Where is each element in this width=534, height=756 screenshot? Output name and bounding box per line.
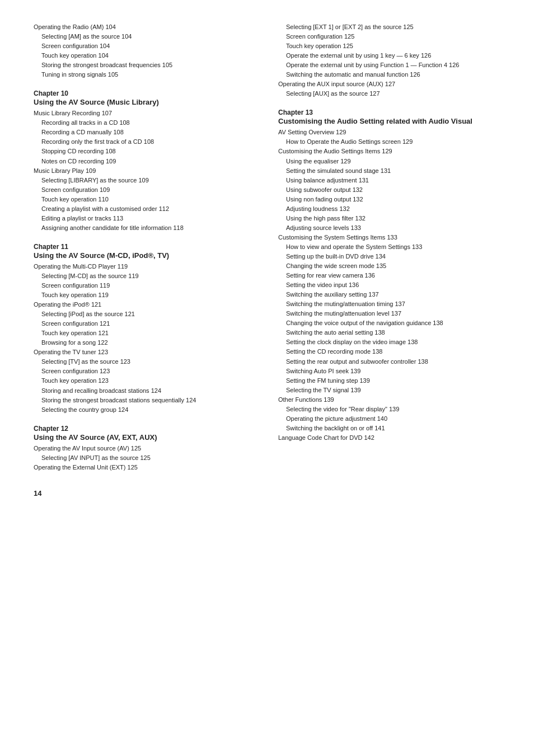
toc-item: Music Library Play 109 bbox=[34, 166, 256, 176]
toc-item: Touch key operation 125 bbox=[278, 41, 500, 51]
toc-item: Assigning another candidate for title in… bbox=[34, 223, 256, 233]
toc-item: Editing a playlist or tracks 113 bbox=[34, 214, 256, 223]
toc-item: Operating the picture adjustment 140 bbox=[278, 414, 500, 424]
toc-item: How to view and operate the System Setti… bbox=[278, 242, 500, 252]
toc-item: Adjusting source levels 133 bbox=[278, 223, 500, 233]
toc-item: Other Functions 139 bbox=[278, 395, 500, 405]
toc-item: How to Operate the Audio Settings screen… bbox=[278, 137, 500, 147]
toc-item: Adjusting loudness 132 bbox=[278, 204, 500, 214]
chapter-block: Chapter 10Using the AV Source (Music Lib… bbox=[34, 90, 256, 233]
toc-item: Screen configuration 123 bbox=[34, 367, 256, 376]
chapter-label: Chapter 10 bbox=[34, 90, 256, 97]
toc-item: Setting the clock display on the video i… bbox=[278, 337, 500, 347]
page-footer: 14 bbox=[34, 489, 256, 497]
toc-item: Customising the System Settings Items 13… bbox=[278, 233, 500, 242]
toc-item: Screen configuration 109 bbox=[34, 185, 256, 195]
toc-item: Using the high pass filter 132 bbox=[278, 214, 500, 223]
toc-item: Touch key operation 104 bbox=[34, 51, 256, 60]
toc-item: Touch key operation 121 bbox=[34, 328, 256, 338]
toc-item: Changing the voice output of the navigat… bbox=[278, 318, 500, 328]
toc-item: Selecting [M-CD] as the source 119 bbox=[34, 271, 256, 281]
right-intro-section: Selecting [EXT 1] or [EXT 2] as the sour… bbox=[278, 22, 500, 98]
toc-item: Changing the wide screen mode 135 bbox=[278, 261, 500, 271]
toc-item: Operate the external unit by using 1 key… bbox=[278, 51, 500, 60]
toc-item: Selecting [AV INPUT] as the source 125 bbox=[34, 453, 256, 463]
toc-item: Selecting the TV signal 139 bbox=[278, 386, 500, 395]
toc-item: Selecting [iPod] as the source 121 bbox=[34, 309, 256, 319]
toc-item: Storing the strongest broadcast stations… bbox=[34, 396, 256, 405]
toc-item: Screen configuration 104 bbox=[34, 41, 256, 51]
chapter-title: Using the AV Source (AV, EXT, AUX) bbox=[34, 433, 256, 442]
toc-item: Operating the AUX input source (AUX) 127 bbox=[278, 79, 500, 89]
toc-item: Browsing for a song 122 bbox=[34, 338, 256, 348]
toc-item: Tuning in strong signals 105 bbox=[34, 70, 256, 79]
chapter-block: Chapter 13Customising the Audio Setting … bbox=[278, 109, 500, 443]
toc-item: Switching the auxiliary setting 137 bbox=[278, 290, 500, 299]
toc-item: Switching the muting/attenuation level 1… bbox=[278, 309, 500, 318]
toc-item: Using balance adjustment 131 bbox=[278, 176, 500, 185]
toc-item: Touch key operation 119 bbox=[34, 290, 256, 300]
toc-item: Selecting [AM] as the source 104 bbox=[34, 32, 256, 41]
left-column: Operating the Radio (AM) 104Selecting [A… bbox=[34, 22, 256, 497]
toc-item: Selecting [TV] as the source 123 bbox=[34, 357, 256, 367]
toc-item: Screen configuration 119 bbox=[34, 281, 256, 290]
chapter-label: Chapter 12 bbox=[34, 425, 256, 433]
toc-item: Setting up the built-in DVD drive 134 bbox=[278, 252, 500, 261]
toc-item: Operating the iPod® 121 bbox=[34, 300, 256, 309]
toc-item: Selecting the country group 124 bbox=[34, 405, 256, 415]
toc-item: Customising the Audio Settings Items 129 bbox=[278, 147, 500, 156]
toc-item: Setting for rear view camera 136 bbox=[278, 271, 500, 280]
toc-item: Selecting the video for "Rear display" 1… bbox=[278, 405, 500, 414]
toc-item: Setting the rear output and subwoofer co… bbox=[278, 357, 500, 367]
toc-item: Storing and recalling broadcast stations… bbox=[34, 386, 256, 396]
toc-item: Using subwoofer output 132 bbox=[278, 185, 500, 195]
toc-item: Switching the automatic and manual funct… bbox=[278, 70, 500, 79]
toc-item: Selecting [EXT 1] or [EXT 2] as the sour… bbox=[278, 22, 500, 32]
right-column: Selecting [EXT 1] or [EXT 2] as the sour… bbox=[278, 22, 500, 497]
toc-item: Recording a CD manually 108 bbox=[34, 128, 256, 137]
toc-item: Using non fading output 132 bbox=[278, 195, 500, 204]
toc-item: AV Setting Overview 129 bbox=[278, 128, 500, 137]
toc-item: Touch key operation 110 bbox=[34, 195, 256, 204]
toc-item: Stopping CD recording 108 bbox=[34, 147, 256, 156]
toc-item: Operating the TV tuner 123 bbox=[34, 348, 256, 357]
toc-item: Switching the auto aerial setting 138 bbox=[278, 328, 500, 337]
toc-item: Recording all tracks in a CD 108 bbox=[34, 118, 256, 128]
toc-item: Operating the Radio (AM) 104 bbox=[34, 22, 256, 32]
toc-item: Switching the muting/attenuation timing … bbox=[278, 299, 500, 309]
page-content: Operating the Radio (AM) 104Selecting [A… bbox=[34, 22, 500, 497]
toc-item: Notes on CD recording 109 bbox=[34, 157, 256, 166]
toc-item: Screen configuration 121 bbox=[34, 319, 256, 328]
toc-item: Screen configuration 125 bbox=[278, 32, 500, 41]
toc-item: Setting the video input 136 bbox=[278, 280, 500, 290]
toc-item: Setting the CD recording mode 138 bbox=[278, 347, 500, 356]
toc-item: Touch key operation 123 bbox=[34, 376, 256, 386]
toc-item: Switching the backlight on or off 141 bbox=[278, 424, 500, 433]
toc-item: Recording only the first track of a CD 1… bbox=[34, 137, 256, 147]
toc-item: Music Library Recording 107 bbox=[34, 109, 256, 118]
toc-item: Operating the External Unit (EXT) 125 bbox=[34, 463, 256, 472]
chapter-label: Chapter 11 bbox=[34, 243, 256, 251]
chapter-block: Chapter 12Using the AV Source (AV, EXT, … bbox=[34, 425, 256, 472]
intro-section: Operating the Radio (AM) 104Selecting [A… bbox=[34, 22, 256, 79]
toc-item: Switching Auto PI seek 139 bbox=[278, 367, 500, 376]
chapter-title: Customising the Audio Setting related wi… bbox=[278, 117, 500, 125]
toc-item: Language Code Chart for DVD 142 bbox=[278, 433, 500, 443]
toc-item: Setting the simulated sound stage 131 bbox=[278, 166, 500, 176]
toc-item: Operating the Multi-CD Player 119 bbox=[34, 262, 256, 271]
toc-item: Operate the external unit by using Funct… bbox=[278, 60, 500, 70]
chapter-block: Chapter 11Using the AV Source (M-CD, iPo… bbox=[34, 243, 256, 415]
chapter-label: Chapter 13 bbox=[278, 109, 500, 116]
toc-item: Operating the AV Input source (AV) 125 bbox=[34, 444, 256, 453]
toc-item: Selecting [LIBRARY] as the source 109 bbox=[34, 176, 256, 185]
chapter-title: Using the AV Source (M-CD, iPod®, TV) bbox=[34, 251, 256, 260]
toc-item: Using the equaliser 129 bbox=[278, 157, 500, 166]
toc-item: Setting the FM tuning step 139 bbox=[278, 376, 500, 386]
chapter-title: Using the AV Source (Music Library) bbox=[34, 98, 256, 106]
toc-item: Selecting [AUX] as the source 127 bbox=[278, 89, 500, 98]
toc-item: Creating a playlist with a customised or… bbox=[34, 204, 256, 214]
toc-item: Storing the strongest broadcast frequenc… bbox=[34, 60, 256, 70]
